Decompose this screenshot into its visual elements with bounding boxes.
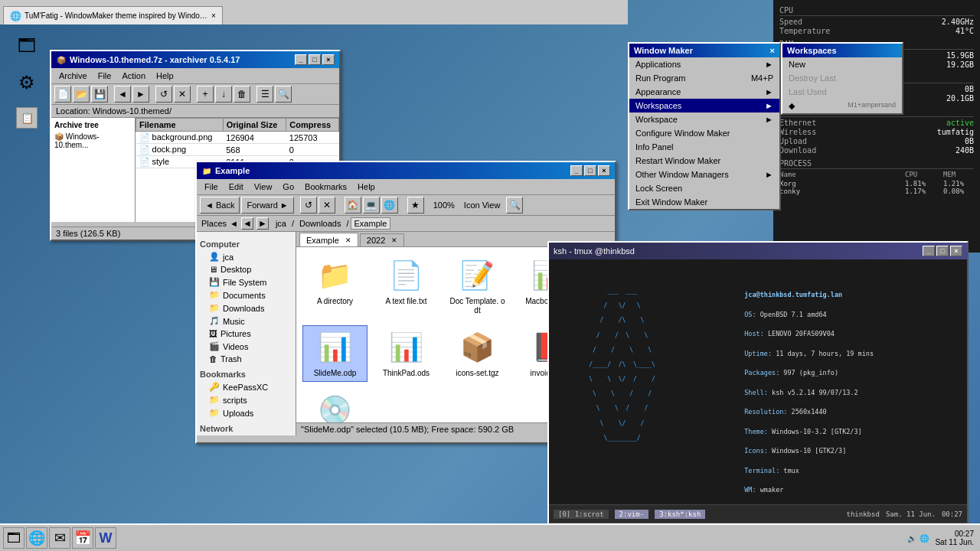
sidebar-item-scripts[interactable]: 📁 scripts [200, 393, 292, 406]
archive-table-row[interactable]: 📄 background.png 126904 125703 [136, 132, 339, 144]
xarchiver-new-btn[interactable]: 📄 [54, 86, 71, 103]
filemanager-network-btn[interactable]: 🌐 [381, 197, 398, 214]
xarchiver-menu-action[interactable]: Action [117, 70, 150, 82]
xarchiver-add-btn[interactable]: + [197, 86, 214, 103]
filemanager-stop-btn[interactable]: ✕ [318, 197, 335, 214]
wm-menu-run-program[interactable]: Run Program M4+P [629, 71, 779, 85]
wm-menu-titlebar[interactable]: Window Maker × [629, 44, 779, 57]
filemanager-loc-next-btn[interactable]: ► [256, 217, 269, 230]
filemanager-titlebar[interactable]: 📁 Example _ □ × [197, 162, 615, 179]
filemanager-computer-btn[interactable]: 💻 [363, 197, 380, 214]
wm-menu-configure[interactable]: Configure Window Maker [629, 126, 779, 140]
filemanager-maximize-btn[interactable]: □ [584, 165, 596, 176]
filemanager-menu-go[interactable]: Go [278, 181, 299, 193]
filemanager-search-btn[interactable]: 🔍 [506, 197, 523, 214]
taskbar-icon-browser[interactable]: 🌐 [26, 527, 47, 549]
xarchiver-menu-archive[interactable]: Archive [54, 70, 92, 82]
wm-submenu-destroy-last[interactable]: Destroy Last [782, 71, 902, 85]
sidebar-item-music[interactable]: 🎵 Music [200, 315, 292, 328]
sidebar-item-desktop[interactable]: 🖥 Desktop [200, 263, 292, 276]
tab-2022-close[interactable]: ✕ [391, 236, 397, 244]
sidebar-item-videos[interactable]: 🎬 Videos [200, 340, 292, 353]
sidebar-item-jca[interactable]: 👤 jca [200, 250, 292, 263]
tmux-tab-ksh[interactable]: 3:ksh*:ksh [655, 510, 705, 519]
xarchiver-refresh-btn[interactable]: ↺ [155, 86, 172, 103]
wm-submenu-diamond[interactable]: ◆ M1+ampersand [782, 99, 902, 113]
file-icon-txt-1[interactable]: 📄 A text file.txt [374, 253, 439, 319]
desktop-icon-wm3[interactable]: 📋 [8, 104, 46, 132]
filemanager-menu-bookmarks[interactable]: Bookmarks [300, 181, 351, 193]
xarchiver-close-btn[interactable]: × [322, 54, 335, 65]
taskbar-icon-word[interactable]: W [95, 527, 116, 549]
xarchiver-view-btn[interactable]: ☰ [256, 86, 273, 103]
filemanager-close-btn[interactable]: × [598, 165, 610, 176]
taskbar-icon-wm[interactable]: 🗔 [3, 527, 24, 549]
desktop-icon-wm1[interactable]: 🗔 [8, 31, 46, 61]
wm-menu-close[interactable]: × [770, 46, 775, 55]
xarchiver-minimize-btn[interactable]: _ [295, 54, 307, 65]
xarchiver-titlebar[interactable]: 📦 Windows-10.themed.7z - xarchiver 0.5.4… [51, 51, 339, 68]
tab-example[interactable]: Example ✕ [299, 233, 358, 246]
taskbar-icon-email[interactable]: ✉ [49, 527, 70, 549]
sidebar-item-uploads[interactable]: 📁 Uploads [200, 406, 292, 419]
sidebar-item-pictures[interactable]: 🖼 Pictures [200, 328, 292, 340]
sidebar-item-documents[interactable]: 📁 Documents [200, 289, 292, 302]
terminal-content[interactable]: ___ ___ / \/ \ / /\ \ / / \ \ / / \ \ /_… [549, 259, 967, 504]
filemanager-menu-edit[interactable]: Edit [224, 181, 248, 193]
wm-submenu-last-used[interactable]: Last Used [782, 85, 902, 99]
xarchiver-forward-btn[interactable]: ► [132, 86, 149, 103]
tmux-tab-vim[interactable]: 2:vim- [615, 510, 649, 519]
xarchiver-maximize-btn[interactable]: □ [309, 54, 321, 65]
filemanager-menu-file[interactable]: File [200, 181, 223, 193]
filemanager-home-btn[interactable]: 🏠 [345, 197, 361, 214]
file-icon-odp-4[interactable]: 📊 SlideMe.odp [302, 325, 368, 382]
xarchiver-delete-btn[interactable]: 🗑 [234, 86, 250, 103]
tab-example-close[interactable]: ✕ [345, 236, 351, 244]
wm-menu-restart[interactable]: Restart Window Maker [629, 154, 779, 168]
wm-menu-workspaces[interactable]: Workspaces ► [629, 99, 779, 112]
terminal-minimize-btn[interactable]: _ [923, 246, 935, 256]
breadcrumb-example[interactable]: Example [351, 217, 391, 230]
archive-table-row[interactable]: 📄 dock.png 568 0 [136, 144, 339, 156]
xarchiver-stop-btn[interactable]: ✕ [174, 86, 191, 103]
xarchiver-search-btn[interactable]: 🔍 [275, 86, 292, 103]
file-icon-tgz-6[interactable]: 📦 icons-set.tgz [445, 325, 510, 382]
xarchiver-back-btn[interactable]: ◄ [114, 86, 131, 103]
file-icon-ods-5[interactable]: 📊 ThinkPad.ods [374, 325, 439, 382]
terminal-close-btn[interactable]: × [950, 246, 962, 256]
sidebar-item-keepassxc[interactable]: 🔑 KeePassXC [200, 380, 292, 393]
filemanager-bookmark-btn[interactable]: ★ [407, 197, 424, 214]
sidebar-item-browse-network[interactable]: 🌐 Browse Network [200, 435, 292, 435]
taskbar-icon-calendar[interactable]: 📅 [72, 527, 93, 549]
xarchiver-menu-file[interactable]: File [93, 70, 116, 82]
terminal-titlebar[interactable]: ksh - tmux @thinkbsd _ □ × [549, 243, 967, 259]
tab-2022[interactable]: 2022 ✕ [360, 233, 404, 246]
filemanager-back-btn[interactable]: ◄ Back [200, 197, 240, 214]
xarchiver-menu-help[interactable]: Help [152, 70, 178, 82]
wm-menu-lock[interactable]: Lock Screen [629, 181, 779, 195]
xarchiver-extract-btn[interactable]: ↓ [215, 86, 232, 103]
terminal-maximize-btn[interactable]: □ [936, 246, 949, 256]
firefox-tab-close[interactable]: × [211, 11, 216, 20]
firefox-tab[interactable]: 🌐 TuM'Fatig - WindowMaker theme inspired… [3, 6, 223, 24]
wm-menu-other-wm[interactable]: Other Window Managers ► [629, 168, 779, 181]
wm-menu-appearance[interactable]: Appearance ► [629, 85, 779, 99]
wm-menu-applications[interactable]: Applications ► [629, 57, 779, 71]
sidebar-item-downloads[interactable]: 📁 Downloads [200, 302, 292, 315]
breadcrumb-downloads[interactable]: Downloads [296, 217, 345, 230]
file-icon-odt-2[interactable]: 📝 Doc Template. odt [445, 253, 510, 319]
file-icon-iso-8[interactable]: 💿 n1cur41w.iso [302, 388, 368, 422]
filemanager-menu-help[interactable]: Help [353, 181, 380, 193]
file-icon-folder-0[interactable]: 📁 A directory [302, 253, 368, 319]
filemanager-loc-prev-btn[interactable]: ◄ [241, 217, 253, 230]
wm-submenu-new[interactable]: New [782, 57, 902, 71]
xarchiver-save-btn[interactable]: 💾 [91, 86, 108, 103]
wm-menu-workspace[interactable]: Workspace ► [629, 112, 779, 126]
xarchiver-open-btn[interactable]: 📂 [73, 86, 90, 103]
wm-menu-info[interactable]: Info Panel [629, 140, 779, 154]
desktop-icon-wm2[interactable]: ⚙ [8, 67, 46, 98]
sidebar-item-trash[interactable]: 🗑 Trash [200, 353, 292, 365]
breadcrumb-jca[interactable]: jca [272, 217, 290, 230]
wm-menu-exit[interactable]: Exit Window Maker [629, 195, 779, 209]
filemanager-minimize-btn[interactable]: _ [570, 165, 583, 176]
